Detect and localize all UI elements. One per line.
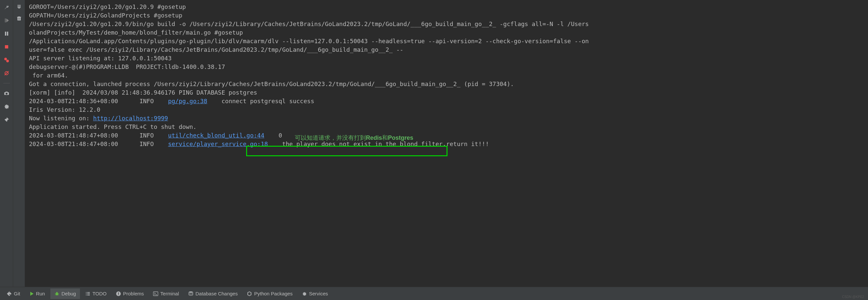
git-tab[interactable]: Git (3, 289, 24, 299)
database-changes-tab[interactable]: Database Changes (184, 289, 242, 299)
svg-point-7 (56, 293, 58, 295)
services-tab[interactable]: Services (298, 289, 332, 299)
view-breakpoints-icon[interactable] (2, 55, 11, 64)
console-line: Iris Version: 12.2.0 (29, 106, 864, 114)
console-line: Got a connection, launched process /User… (29, 80, 864, 88)
file-link[interactable]: util/check_blond_util.go:44 (168, 132, 265, 139)
bottom-tool-bar: Git Run Debug TODO Problems Terminal Dat… (0, 287, 868, 300)
svg-rect-2 (5, 45, 8, 49)
console-line: [xorm] [info] 2024/03/08 21:48:36.946176… (29, 88, 864, 97)
console-line: 2024-03-08T21:48:36+08:00 INFO pg/pg.go:… (29, 97, 864, 106)
mute-breakpoints-icon[interactable] (2, 69, 11, 78)
problems-tab[interactable]: Problems (112, 289, 148, 299)
svg-rect-0 (5, 32, 6, 36)
console-line: 2024-03-08T21:48:47+08:00 INFO service/p… (29, 140, 864, 148)
svg-rect-10 (118, 294, 119, 295)
console-line: GOPATH=/Users/ziyi2/GolandProjects #gose… (29, 11, 864, 20)
watermark: CSDN @KPE2 (842, 295, 864, 299)
pause-icon[interactable] (2, 29, 11, 38)
debug-toolbar (0, 0, 13, 287)
settings-icon[interactable] (2, 102, 11, 111)
url-link[interactable]: http://localhost:9999 (93, 115, 168, 121)
console-line: user=false exec /Users/ziyi2/Library/Cac… (29, 46, 864, 54)
file-link[interactable]: service/player_service.go:18 (168, 140, 268, 147)
python-packages-tab[interactable]: Python Packages (243, 289, 297, 299)
svg-point-12 (189, 292, 193, 293)
debug-tab[interactable]: Debug (50, 289, 80, 299)
console-line: API server listening at: 127.0.0.1:50043 (29, 54, 864, 63)
stop-icon[interactable] (2, 42, 11, 51)
todo-tab[interactable]: TODO (81, 289, 111, 299)
annotation-text: 可以知道请求，并没有打到Redis和Postgres (295, 134, 413, 142)
console-line: debugserver-@(#)PROGRAM:LLDB PROJECT:lld… (29, 63, 864, 71)
console-line: olandProjects/MyTest/demo_home/blond_fil… (29, 28, 864, 37)
terminal-tab[interactable]: Terminal (149, 289, 183, 299)
svg-point-4 (6, 60, 9, 62)
svg-rect-1 (7, 32, 8, 36)
separator (3, 83, 10, 83)
run-tab[interactable]: Run (25, 289, 49, 299)
console-line: /Applications/GoLand.app/Contents/plugin… (29, 37, 864, 46)
camera-icon[interactable] (2, 89, 11, 98)
console-line: GOROOT=/Users/ziyi2/go1.20/go1.20.9 #gos… (29, 3, 864, 11)
svg-rect-9 (118, 293, 119, 294)
console-line: for arm64. (29, 71, 864, 80)
pin-icon[interactable] (2, 115, 11, 124)
console-line: /Users/ziyi2/go1.20/go1.20.9/bin/go buil… (29, 20, 864, 28)
clear-icon[interactable] (15, 15, 23, 22)
resume-icon[interactable] (2, 16, 11, 25)
main-container: GOROOT=/Users/ziyi2/go1.20/go1.20.9 #gos… (0, 0, 868, 287)
wrench-icon[interactable] (2, 3, 11, 12)
svg-point-3 (4, 58, 7, 60)
file-link[interactable]: pg/pg.go:38 (168, 98, 207, 105)
svg-rect-11 (153, 292, 158, 296)
scroll-to-end-icon[interactable] (15, 3, 23, 10)
console-gutter (13, 0, 25, 287)
console-output: GOROOT=/Users/ziyi2/go1.20/go1.20.9 #gos… (25, 0, 868, 287)
console-line: Now listening on: http://localhost:9999 (29, 114, 864, 122)
console-line: 2024-03-08T21:48:47+08:00 INFO util/chec… (29, 131, 864, 140)
console-line: Application started. Press CTRL+C to shu… (29, 122, 864, 131)
